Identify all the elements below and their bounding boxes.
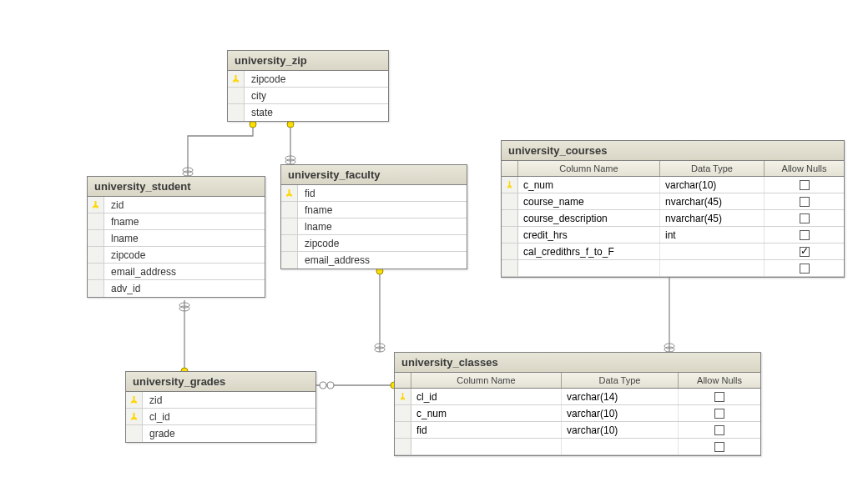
table-row: grade xyxy=(126,425,315,442)
table-row: course_descriptionnvarchar(45) xyxy=(502,210,844,227)
table-university-courses[interactable]: university_courses Column Name Data Type… xyxy=(501,140,845,278)
table-row: fname xyxy=(281,202,467,218)
column-name: adv_id xyxy=(104,283,265,294)
key-icon xyxy=(502,177,518,193)
row-gutter xyxy=(88,213,104,229)
row-gutter xyxy=(228,104,245,121)
column-name: zipcode xyxy=(245,73,388,85)
header-column-name: Column Name xyxy=(411,373,562,388)
column-type xyxy=(562,439,679,454)
table-row: fname xyxy=(88,213,265,230)
column-type: varchar(10) xyxy=(562,422,679,438)
column-name: state xyxy=(245,107,388,118)
row-gutter xyxy=(126,425,143,442)
column-name: zid xyxy=(143,394,315,406)
allow-nulls-checkbox[interactable] xyxy=(679,405,760,421)
column-type xyxy=(660,260,765,276)
column-type: nvarchar(45) xyxy=(660,210,765,226)
table-university-classes[interactable]: university_classes Column Name Data Type… xyxy=(394,352,761,456)
key-icon xyxy=(126,392,143,408)
svg-point-1 xyxy=(287,121,294,128)
column-type: varchar(10) xyxy=(562,405,679,421)
column-name: cl_id xyxy=(143,411,315,423)
row-gutter xyxy=(281,252,298,269)
allow-nulls-checkbox[interactable] xyxy=(765,177,844,193)
header-data-type: Data Type xyxy=(660,161,765,176)
table-row: zipcode xyxy=(281,235,467,252)
row-gutter xyxy=(502,210,518,226)
table-row: fidvarchar(10) xyxy=(395,422,760,439)
table-row: email_address xyxy=(88,264,265,280)
table-row: fid xyxy=(281,185,467,202)
column-name: c_num xyxy=(411,405,562,421)
allow-nulls-checkbox[interactable] xyxy=(765,227,844,243)
column-name xyxy=(411,439,562,454)
key-icon xyxy=(395,389,411,404)
key-icon xyxy=(126,409,143,424)
allow-nulls-checkbox[interactable] xyxy=(765,260,844,276)
table-row: email_address xyxy=(281,252,467,269)
table-row: adv_id xyxy=(88,280,265,297)
column-name: zid xyxy=(104,199,265,211)
allow-nulls-checkbox[interactable] xyxy=(679,439,760,454)
allow-nulls-checkbox[interactable] xyxy=(679,422,760,438)
allow-nulls-checkbox[interactable] xyxy=(765,193,844,209)
row-gutter xyxy=(502,243,518,259)
column-name: cl_id xyxy=(411,389,562,404)
table-title: university_grades xyxy=(126,372,315,392)
column-name xyxy=(518,260,660,276)
table-row: zipcode xyxy=(88,247,265,264)
header-column-name: Column Name xyxy=(518,161,660,176)
row-gutter xyxy=(281,235,298,251)
allow-nulls-checkbox[interactable] xyxy=(765,210,844,226)
column-name: zipcode xyxy=(104,249,265,261)
table-row: c_numvarchar(10) xyxy=(395,405,760,422)
table-university-zip[interactable]: university_zip zipcode city state xyxy=(227,50,389,122)
column-name: email_address xyxy=(298,254,467,266)
row-gutter xyxy=(395,439,411,454)
table-row xyxy=(395,439,760,455)
table-university-grades[interactable]: university_grades zid cl_id grade xyxy=(125,371,316,443)
column-type: varchar(14) xyxy=(562,389,679,404)
table-row: lname xyxy=(281,218,467,235)
table-title: university_zip xyxy=(228,51,388,71)
column-name: fid xyxy=(298,188,467,199)
table-university-student[interactable]: university_student zid fname lname zipco… xyxy=(87,176,265,298)
row-gutter xyxy=(281,218,298,234)
allow-nulls-checkbox[interactable] xyxy=(679,389,760,404)
column-name: fid xyxy=(411,422,562,438)
table-row: state xyxy=(228,104,388,121)
column-name: fname xyxy=(298,204,467,216)
table-title: university_courses xyxy=(502,141,844,161)
table-row: cl_idvarchar(14) xyxy=(395,389,760,405)
grid-header: Column Name Data Type Allow Nulls xyxy=(502,161,844,177)
column-name: zipcode xyxy=(298,238,467,249)
row-gutter xyxy=(88,247,104,263)
row-gutter xyxy=(88,264,104,279)
row-gutter xyxy=(502,193,518,209)
header-data-type: Data Type xyxy=(562,373,679,388)
column-name: c_num xyxy=(518,177,660,193)
key-icon xyxy=(228,71,245,87)
table-row: course_namenvarchar(45) xyxy=(502,193,844,210)
svg-point-7 xyxy=(327,382,334,389)
grid-header: Column Name Data Type Allow Nulls xyxy=(395,373,760,389)
column-name: course_description xyxy=(518,210,660,226)
header-allow-nulls: Allow Nulls xyxy=(765,161,844,176)
column-type: varchar(10) xyxy=(660,177,765,193)
row-gutter xyxy=(281,202,298,218)
svg-point-0 xyxy=(250,121,256,128)
row-gutter xyxy=(228,88,245,103)
allow-nulls-checkbox[interactable] xyxy=(765,243,844,259)
table-row xyxy=(502,260,844,277)
column-type: int xyxy=(660,227,765,243)
table-row: city xyxy=(228,88,388,104)
key-icon xyxy=(88,197,104,213)
key-icon xyxy=(281,185,298,201)
column-name: lname xyxy=(298,221,467,233)
table-title: university_classes xyxy=(395,353,760,373)
table-title: university_faculty xyxy=(281,165,467,185)
header-allow-nulls: Allow Nulls xyxy=(679,373,760,388)
table-university-faculty[interactable]: university_faculty fid fname lname zipco… xyxy=(280,164,467,269)
table-row: lname xyxy=(88,230,265,247)
